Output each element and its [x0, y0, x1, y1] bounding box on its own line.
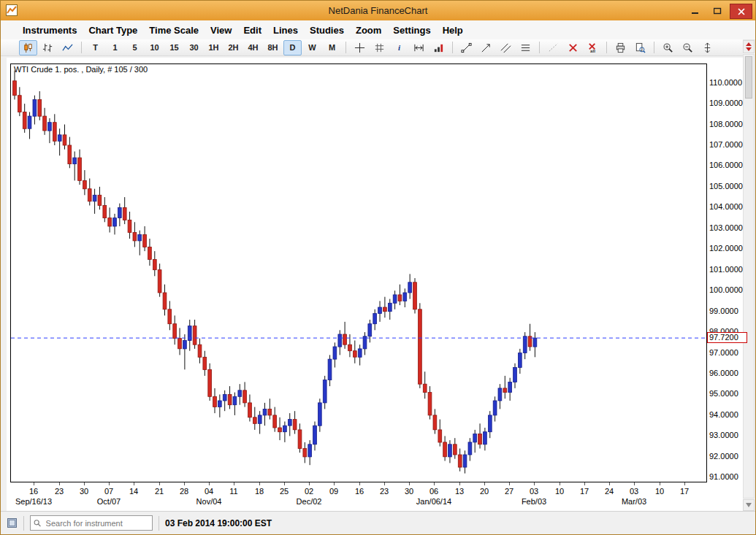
- x-axis-tick: [534, 482, 535, 485]
- chart-plot[interactable]: [10, 63, 707, 482]
- x-axis-tick: [359, 482, 360, 485]
- zoom-in-button[interactable]: [659, 40, 677, 55]
- scroll-expand-button[interactable]: [743, 40, 755, 53]
- menu-view[interactable]: View: [205, 23, 237, 38]
- last-price-label: 97.7200: [707, 332, 747, 343]
- x-axis-tick: [484, 482, 485, 485]
- x-axis-label: 30: [405, 487, 413, 496]
- scrollbar-thumb[interactable]: [745, 56, 752, 99]
- info-icon: i: [394, 42, 405, 53]
- titlebar[interactable]: NetDania FinanceChart: [1, 1, 755, 20]
- x-axis-tick: [234, 482, 234, 485]
- x-axis-label: 27: [505, 487, 513, 496]
- x-axis-label: 20: [480, 487, 489, 496]
- x-axis-tick: [584, 482, 585, 485]
- fib-lines-button[interactable]: [516, 40, 535, 55]
- timeframe-daily[interactable]: D: [283, 40, 302, 55]
- menu-zoom[interactable]: Zoom: [350, 23, 387, 38]
- menu-instruments[interactable]: Instruments: [17, 23, 83, 38]
- timeframe-8h[interactable]: 8H: [264, 40, 282, 55]
- timeframe-weekly[interactable]: W: [303, 40, 321, 55]
- layout-button[interactable]: [7, 517, 18, 528]
- toolbar-separator: [539, 42, 540, 53]
- y-axis-label: 104.0000: [709, 202, 743, 211]
- statusbar: 03 Feb 2014 19:00:00 EST: [1, 511, 755, 534]
- volume-button[interactable]: [429, 40, 448, 55]
- print-button[interactable]: [611, 40, 630, 55]
- bar-style-button[interactable]: [39, 40, 57, 55]
- hlines-icon: [520, 42, 531, 53]
- timeframe-10[interactable]: 10: [145, 40, 164, 55]
- search-input[interactable]: [45, 518, 149, 528]
- timeframe-15[interactable]: 15: [165, 40, 183, 55]
- crosshair-button[interactable]: [351, 40, 369, 55]
- x-axis-label: 23: [55, 487, 64, 496]
- grid-icon: [374, 42, 385, 53]
- menu-studies[interactable]: Studies: [304, 23, 350, 38]
- dashed-line-button[interactable]: [544, 40, 562, 55]
- grid-button[interactable]: [370, 40, 389, 55]
- instrument-label: WTI Crude 1. pos. , Daily, # 105 / 300: [14, 65, 148, 74]
- timeframe-monthly[interactable]: M: [323, 40, 341, 55]
- x-axis-tick: [59, 482, 60, 485]
- x-axis-label: 16: [355, 487, 364, 496]
- horizontal-scale-button[interactable]: [410, 40, 428, 55]
- vscale-icon: [702, 42, 713, 53]
- info-button[interactable]: i: [390, 40, 408, 55]
- x-axis-label: 04: [205, 487, 213, 496]
- trend-line-button[interactable]: [457, 40, 476, 55]
- menu-settings[interactable]: Settings: [387, 23, 436, 38]
- delete-all-lines-button[interactable]: all: [584, 40, 602, 55]
- timeframe-4h[interactable]: 4H: [244, 40, 262, 55]
- toolbar-separator: [81, 42, 82, 53]
- menu-help[interactable]: Help: [437, 23, 469, 38]
- vertical-scale-button[interactable]: [698, 40, 717, 55]
- trend-ray-button[interactable]: [477, 40, 495, 55]
- scroll-down-button[interactable]: [743, 499, 755, 511]
- menu-lines[interactable]: Lines: [267, 23, 304, 38]
- x-axis-tick: [109, 482, 110, 485]
- maximize-button[interactable]: [707, 4, 728, 18]
- menu-edit[interactable]: Edit: [237, 23, 267, 38]
- minimize-button[interactable]: [684, 4, 706, 18]
- timeframe-1[interactable]: 1: [106, 40, 124, 55]
- x-axis-label: 16: [29, 487, 38, 496]
- candlestick-chart[interactable]: [11, 64, 706, 482]
- x-axis-tick: [159, 482, 160, 485]
- timeframe-30[interactable]: 30: [185, 40, 203, 55]
- y-axis-label: 106.0000: [709, 161, 743, 169]
- printer-icon: [615, 42, 626, 53]
- timeframe-tick[interactable]: T: [86, 40, 104, 55]
- x-axis-label: 21: [155, 487, 164, 496]
- copy-chart-button[interactable]: [631, 40, 649, 55]
- close-button[interactable]: [730, 4, 752, 19]
- timeframe-5[interactable]: 5: [126, 40, 144, 55]
- x-axis-label: 07: [104, 487, 113, 496]
- dashline-icon: [548, 42, 559, 53]
- zoom-out-button[interactable]: [679, 40, 697, 55]
- x-axis-label: 14: [129, 487, 138, 496]
- ray-icon: [481, 42, 492, 53]
- pagezoom-icon: [635, 42, 646, 53]
- scrollbar-track[interactable]: [743, 54, 755, 499]
- menubar: InstrumentsChart TypeTime ScaleViewEditL…: [1, 20, 755, 40]
- y-axis-label: 100.0000: [709, 285, 743, 294]
- search-icon: [34, 519, 42, 528]
- x-axis-tick: [684, 482, 685, 485]
- x-axis-tick: [660, 482, 660, 485]
- candlestick-style-button[interactable]: [19, 40, 37, 55]
- timeframe-2h[interactable]: 2H: [224, 40, 243, 55]
- delete-line-button[interactable]: [564, 40, 582, 55]
- x-axis-month-label: Mar/03: [622, 497, 646, 506]
- channel-button[interactable]: [497, 40, 515, 55]
- x-axis-month-label: Dec/02: [297, 497, 322, 506]
- x-axis-label: 13: [455, 487, 464, 496]
- timeframe-1h[interactable]: 1H: [205, 40, 223, 55]
- line-style-button[interactable]: [58, 40, 77, 55]
- x-axis-tick: [84, 482, 85, 485]
- app-window: NetDania FinanceChart InstrumentsChart T…: [0, 0, 756, 535]
- x-axis-month-label: Oct/07: [97, 497, 121, 506]
- menu-time-scale[interactable]: Time Scale: [143, 23, 205, 38]
- menu-chart-type[interactable]: Chart Type: [83, 23, 143, 38]
- x-axis-tick: [209, 482, 210, 485]
